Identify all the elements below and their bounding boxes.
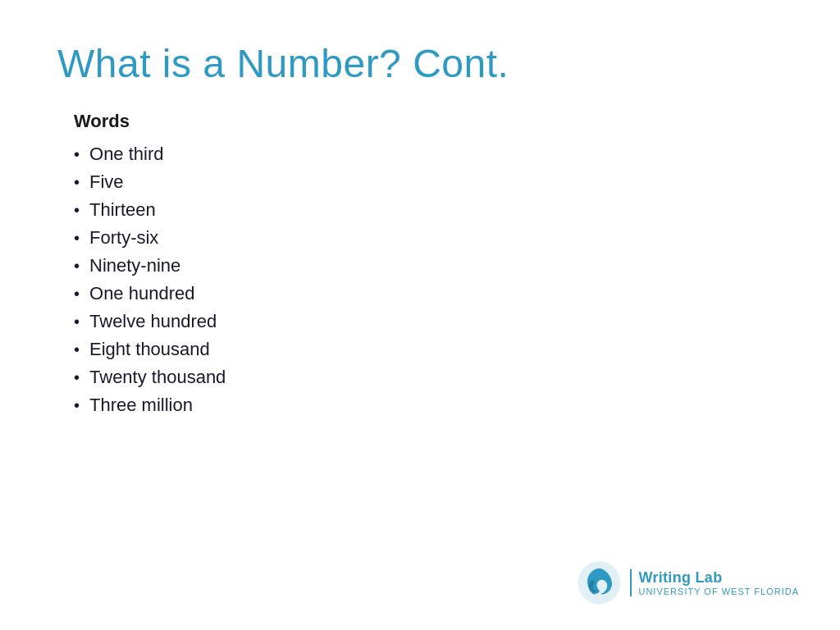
logo-writing-lab: Writing Lab bbox=[638, 569, 799, 587]
list-item: Twenty thousand bbox=[74, 363, 783, 391]
list-item: Twelve hundred bbox=[74, 308, 783, 336]
list-item: Five bbox=[74, 168, 783, 196]
logo-university: University of West Florida bbox=[638, 587, 799, 596]
list-item: Three million bbox=[74, 391, 783, 419]
slide-container: What is a Number? Cont. Words One thirdF… bbox=[0, 0, 840, 630]
logo-area: Writing Lab University of West Florida bbox=[577, 560, 799, 605]
list-item: Forty-six bbox=[74, 224, 783, 252]
list-item: One third bbox=[74, 140, 783, 168]
svg-point-0 bbox=[578, 562, 621, 605]
list-item: Ninety-nine bbox=[74, 252, 783, 280]
uwf-logo-icon bbox=[577, 560, 622, 605]
list-item: Thirteen bbox=[74, 196, 783, 224]
section-label: Words bbox=[74, 111, 783, 132]
list-item: Eight thousand bbox=[74, 336, 783, 363]
logo-text-block: Writing Lab University of West Florida bbox=[630, 569, 799, 596]
slide-title: What is a Number? Cont. bbox=[57, 41, 783, 86]
list-item: One hundred bbox=[74, 280, 783, 308]
bullet-list: One thirdFiveThirteenForty-sixNinety-nin… bbox=[74, 140, 783, 419]
